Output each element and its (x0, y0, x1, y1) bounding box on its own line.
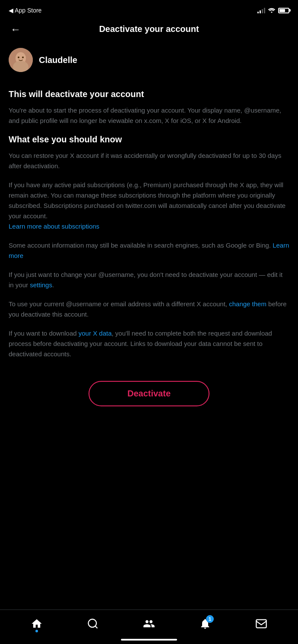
status-bar: ◀ App Store (0, 0, 298, 19)
svg-rect-6 (256, 619, 266, 628)
battery-icon (278, 8, 289, 13)
profile-section: Claudelle (0, 41, 298, 81)
page-header: ← Deactivate your account (0, 19, 298, 41)
para-search-engines: Some account information may still be av… (9, 240, 289, 261)
change-them-link[interactable]: change them (229, 300, 266, 308)
para-restore: You can restore your X account if it was… (9, 151, 289, 171)
home-active-dot (35, 630, 38, 632)
notification-badge: 1 (206, 615, 214, 623)
nav-home[interactable] (28, 615, 45, 632)
svg-point-3 (18, 57, 19, 58)
learn-more-subscriptions-link[interactable]: Learn more about subscriptions (9, 223, 99, 230)
para-email-change: To use your current @username or email a… (9, 299, 289, 320)
status-icons (257, 7, 289, 13)
section-1-title: This will deactivate your account (9, 89, 289, 99)
settings-link[interactable]: settings (30, 281, 52, 289)
home-icon (31, 618, 43, 630)
people-icon (143, 618, 155, 630)
learn-more-link[interactable]: Learn more (9, 242, 289, 259)
nav-people[interactable] (140, 615, 158, 632)
para-subscriptions: If you have any active paid subscription… (9, 180, 289, 232)
profile-name: Claudelle (39, 55, 77, 65)
nav-messages[interactable] (253, 615, 270, 632)
content-area: This will deactivate your account You're… (0, 81, 298, 359)
page-title: Deactivate your account (99, 24, 199, 34)
your-x-data-link[interactable]: your X data (79, 330, 112, 337)
mail-icon (255, 618, 267, 630)
svg-point-4 (22, 57, 24, 58)
para-data-download: If you want to download your X data, you… (9, 328, 289, 359)
signal-icon (257, 7, 265, 13)
svg-point-5 (89, 619, 97, 627)
avatar-image (9, 48, 33, 72)
section-2-title: What else you should know (9, 135, 289, 145)
avatar (9, 48, 33, 72)
section-1-body: You're about to start the process of dea… (9, 105, 289, 126)
home-indicator (121, 639, 177, 641)
deactivate-button-container: Deactivate (0, 368, 298, 424)
nav-notifications[interactable]: 1 (197, 615, 214, 632)
deactivate-button[interactable]: Deactivate (89, 381, 209, 406)
app-store-back[interactable]: ◀ App Store (9, 7, 41, 14)
wifi-icon (268, 7, 276, 13)
nav-search[interactable] (84, 615, 101, 632)
para-username-change: If you just want to change your @usernam… (9, 270, 289, 290)
search-icon (87, 618, 99, 630)
back-button[interactable]: ← (9, 22, 22, 37)
